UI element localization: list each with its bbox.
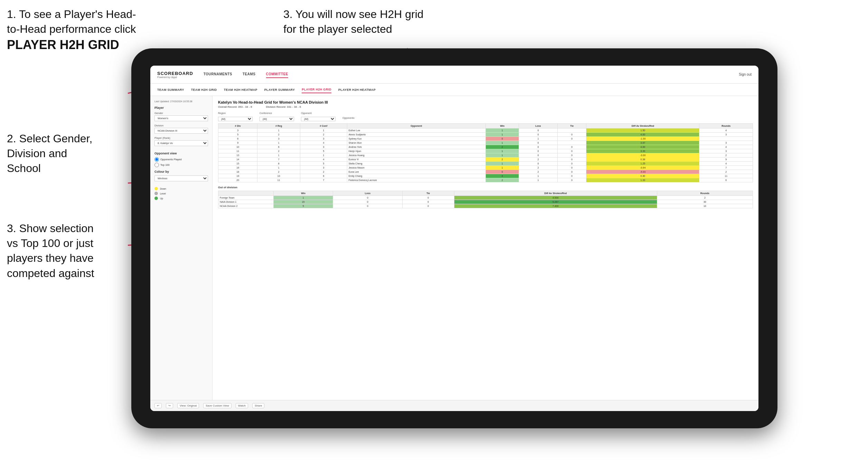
records-row: Overall Record: 353 - 34 - 6 Division Re… — [218, 105, 753, 108]
sub-nav-team-summary[interactable]: TEAM SUMMARY — [157, 87, 184, 93]
cell-loss: 0 — [519, 141, 558, 145]
ood-cell-name: NCAA Division 2 — [218, 204, 274, 208]
cell-diff: 1.25 — [586, 162, 699, 166]
cell-opponent: Sharon Mun — [347, 141, 485, 145]
h2h-table: # Div # Reg # Conf Opponent Win Loss Tie… — [218, 123, 753, 182]
ood-cell-loss: 0 — [333, 200, 402, 204]
legend-dot-up — [154, 197, 158, 200]
cell-diff: 3.33 — [586, 149, 699, 153]
cell-conf: 2 — [300, 133, 347, 137]
out-of-division-table: Win Loss Tie Diff Av Strokes/Rnd Rounds … — [218, 191, 753, 208]
cell-loss: 2 — [519, 158, 558, 162]
table-row: 13 1 1 Jessica Huang 1 0 0 -3.00 2 — [218, 153, 753, 158]
cell-opponent: Eunice Yi — [347, 158, 485, 162]
cell-opponent: Alexis Sudjianto — [347, 133, 485, 137]
region-select[interactable]: (All) — [218, 117, 253, 121]
col-div: # Div — [218, 124, 257, 128]
cell-win: 1 — [486, 133, 519, 137]
cell-opponent: Emily Chang — [347, 174, 485, 178]
cell-win: 1 — [486, 162, 519, 166]
ood-cell-diff: 9.267 — [454, 200, 657, 204]
nav-tournaments[interactable]: TOURNAMENTS — [204, 71, 232, 78]
player-rank-select[interactable]: 8. Katelyn Vo — [154, 140, 208, 146]
ood-cell-tie: 0 — [402, 200, 454, 204]
watch-btn[interactable]: Watch — [236, 403, 248, 408]
save-custom-btn[interactable]: Save Custom View — [203, 403, 231, 408]
cell-div: 19 — [218, 174, 257, 178]
nav-items: TOURNAMENTS TEAMS COMMITTEE — [204, 71, 739, 78]
redo-btn[interactable]: ↪ — [166, 403, 173, 408]
cell-diff: 1.50 — [586, 128, 699, 133]
cell-diff: -1.00 — [586, 137, 699, 141]
colour-by-label: Colour by — [154, 170, 208, 173]
table-row: 18 2 2 Euna Lee 0 2 0 -5.00 2 — [218, 170, 753, 174]
cell-tie — [557, 128, 586, 133]
undo-btn[interactable]: ↩ — [154, 403, 162, 408]
sub-nav-team-heatmap[interactable]: TEAM H2H HEATMAP — [224, 87, 257, 93]
filters-container: Region (All) Conference (All) Opponent (… — [218, 112, 753, 121]
ood-cell-tie: 0 — [402, 196, 454, 200]
cell-rounds: 2 — [699, 153, 753, 158]
sub-nav-player-h2h[interactable]: PLAYER H2H GRID — [302, 86, 331, 93]
cell-div: 11 — [218, 149, 257, 153]
division-select[interactable]: NCAA Division III NCAA Division I NCAA D… — [154, 128, 208, 134]
cell-conf: 7 — [300, 178, 347, 182]
division-label: Division — [154, 124, 208, 127]
cell-loss: 2 — [519, 170, 558, 174]
bottom-toolbar: ↩ ↪ View: Original Save Custom View Watc… — [150, 400, 758, 411]
cell-rounds: 4 — [699, 145, 753, 149]
cell-conf: 5 — [300, 162, 347, 166]
cell-rounds: 9 — [699, 158, 753, 162]
tablet-device: SCOREBOARD Powered by clippd TOURNAMENTS… — [131, 48, 777, 428]
cell-diff: 1.33 — [586, 178, 699, 182]
ood-col-diff: Diff Av Strokes/Rnd — [454, 191, 657, 196]
sub-nav-player-summary[interactable]: PLAYER SUMMARY — [264, 87, 295, 93]
colour-by-select[interactable]: Win/loss — [154, 175, 208, 181]
col-conf: # Conf — [300, 124, 347, 128]
ood-cell-rounds: 2 — [657, 196, 753, 200]
cell-win: 2 — [486, 145, 519, 149]
cell-div: 10 — [218, 145, 257, 149]
cell-tie: 0 — [557, 162, 586, 166]
gender-select[interactable]: Women's Men's — [154, 115, 208, 121]
cell-div: 5 — [218, 133, 257, 137]
cell-win: 1 — [486, 141, 519, 145]
instruction-tr-text: 3. You will now see H2H gridfor the play… — [283, 8, 424, 35]
conference-select[interactable]: (All) — [260, 117, 294, 121]
table-row: 16 1 3 Jessica Mason 1 2 0 -0.94 7 — [218, 166, 753, 170]
opponents-label-row: Opponents: — [342, 117, 355, 121]
instruction-tl-line1: 1. To see a Player's Head- — [7, 8, 136, 20]
view-original-btn[interactable]: View: Original — [177, 403, 199, 408]
cell-diff: 0.38 — [586, 158, 699, 162]
opponents-prefix: Opponents: — [342, 117, 355, 119]
instruction-mid-left: 2. Select Gender,Division andSchool — [7, 131, 131, 176]
cell-opponent: Sydney Kuo — [347, 137, 485, 141]
sub-nav-player-heatmap[interactable]: PLAYER H2H HEATMAP — [338, 87, 376, 93]
share-btn[interactable]: Share — [252, 403, 264, 408]
ood-col-tie: Tie — [402, 191, 454, 196]
table-row: 5 2 2 Alexis Sudjianto 1 0 0 4.00 3 — [218, 133, 753, 137]
cell-tie: 0 — [557, 158, 586, 162]
cell-tie: 0 — [557, 149, 586, 153]
cell-reg: 1 — [257, 141, 300, 145]
nav-sign-out[interactable]: Sign out — [739, 73, 752, 76]
cell-diff: -5.00 — [586, 170, 699, 174]
nav-committee[interactable]: COMMITTEE — [266, 71, 289, 78]
cell-opponent: Stella Cheng — [347, 162, 485, 166]
cell-div: 18 — [218, 170, 257, 174]
nav-teams[interactable]: TEAMS — [243, 71, 256, 78]
radio-opponents-played[interactable]: Opponents Played — [154, 157, 208, 162]
sub-nav-team-h2h[interactable]: TEAM H2H GRID — [191, 87, 217, 93]
cell-opponent: Esther Lee — [347, 128, 485, 133]
legend-down: Down — [154, 187, 208, 190]
legend-level: Level — [154, 192, 208, 195]
legend-dot-down — [154, 187, 158, 190]
cell-loss: 1 — [519, 137, 558, 141]
cell-div: 9 — [218, 141, 257, 145]
radio-top100[interactable]: Top 100 — [154, 163, 208, 167]
legend-label-level: Level — [160, 192, 166, 195]
ood-cell-win: 15 — [274, 200, 333, 204]
cell-reg: 1 — [257, 166, 300, 170]
opponent-select[interactable]: (All) — [301, 117, 336, 121]
main-content: Last Updated: 27/03/2024 16:55:38 Player… — [150, 96, 758, 400]
